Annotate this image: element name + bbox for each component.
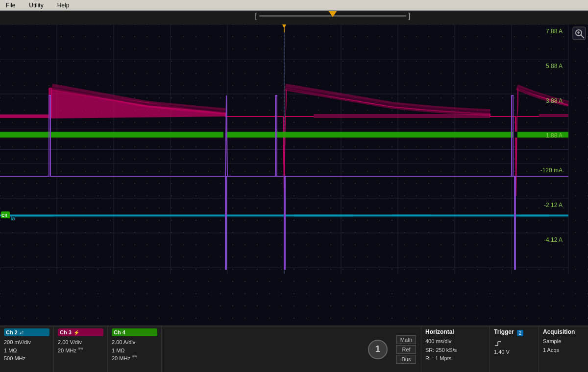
svg-rect-51 — [15, 215, 54, 217]
menu-utility[interactable]: Utility — [27, 1, 45, 10]
menu-help[interactable]: Help — [55, 1, 72, 10]
svg-rect-42 — [0, 114, 49, 118]
ch2-coupling-icon: ⇌ — [20, 330, 24, 335]
trigger-info: Trigger 2 1.40 V — [490, 326, 539, 372]
trigger-level: 1.40 V — [494, 348, 535, 357]
bus-button[interactable]: Bus — [396, 355, 416, 364]
ch3-bw: 20 MHz ᴮᵂ — [58, 347, 103, 355]
zoom-icon[interactable] — [572, 26, 586, 40]
horizontal-info: Horizontal 400 ms/div SR: 250 kS/s RL: 1… — [421, 326, 490, 372]
svg-marker-61 — [500, 341, 501, 343]
y-label-7: -4.12 A — [544, 236, 563, 243]
y-label-5: -120 mA — [540, 167, 563, 174]
y-label-1: 7.88 A — [546, 28, 563, 35]
ch3-volts: 2.00 V/div — [58, 338, 103, 347]
trigger-type — [494, 339, 535, 348]
svg-rect-54 — [519, 214, 549, 217]
ch4-label: C4 — [1, 213, 7, 218]
svg-rect-18 — [0, 24, 588, 326]
trigger-channel-badge: 2 — [517, 330, 524, 336]
ch2-volts: 200 mV/div — [4, 338, 49, 347]
ch4-info[interactable]: Ch 4 2.00 A/div 1 MΩ 20 MHz ᴮᵂ — [108, 326, 162, 372]
trigger-bar — [259, 15, 406, 17]
waveform-display: 7.88 A 5.88 A 3.88 A 1.88 A -120 mA -2.1… — [0, 24, 588, 326]
y-label-2: 5.88 A — [546, 63, 563, 70]
svg-rect-53 — [392, 214, 431, 216]
ch2-impedance: 1 MΩ — [4, 347, 49, 355]
ch2-bandwidth: 500 MHz — [4, 354, 49, 363]
number-button[interactable]: 1 — [368, 340, 388, 359]
scope-screen: 7.88 A 5.88 A 3.88 A 1.88 A -120 mA -2.1… — [0, 24, 588, 326]
y-label-4: 1.88 A — [546, 132, 563, 139]
record-length: RL: 1 Mpts — [425, 354, 486, 363]
trigger-position-marker — [329, 11, 337, 17]
ch2-label: Ch 2 — [6, 329, 18, 335]
ch3-header: Ch 3 ⚡ — [58, 328, 103, 336]
y-label-6: -2.12 A — [544, 202, 563, 209]
bracket-left: [ — [255, 12, 257, 21]
ref-button[interactable]: Ref — [396, 345, 416, 354]
acquisition-title: Acquisition — [543, 328, 584, 335]
horizontal-title: Horizontal — [425, 328, 486, 335]
menu-file[interactable]: File — [4, 1, 17, 10]
svg-rect-46 — [0, 132, 568, 138]
ch4-impedance: 1 MΩ — [112, 347, 157, 355]
svg-rect-44 — [314, 114, 490, 118]
bottom-bar: Ch 2 ⇌ 200 mV/div 1 MΩ 500 MHz Ch 3 ⚡ 2.… — [0, 326, 588, 372]
ch2-header: Ch 2 ⇌ — [4, 328, 49, 336]
ia-label: ia — [11, 215, 15, 221]
acquisition-info: Acquisition Sample 1 Acqs — [539, 326, 588, 372]
sample-rate: SR: 250 kS/s — [425, 346, 486, 355]
ch4-header: Ch 4 — [112, 328, 157, 336]
ch3-label: Ch 3 — [60, 329, 72, 335]
svg-rect-43 — [51, 88, 52, 117]
bracket-right: ] — [408, 12, 410, 21]
y-label-3: 3.88 A — [546, 97, 563, 104]
ch4-bw: 20 MHz ᴮᵂ — [112, 354, 157, 363]
acquisition-mode: Sample — [543, 337, 584, 346]
svg-rect-52 — [294, 214, 353, 217]
ch3-coupling-icon: ⚡ — [74, 330, 79, 335]
svg-rect-48 — [514, 132, 517, 138]
trigger-header: Trigger 2 — [494, 328, 535, 337]
trigger-title: Trigger — [494, 328, 514, 335]
ch4-label: Ch 4 — [114, 329, 125, 335]
svg-rect-45 — [539, 114, 568, 117]
ch3-info[interactable]: Ch 3 ⚡ 2.00 V/div 20 MHz ᴮᵂ — [54, 326, 108, 372]
acquisition-count: 1 Acqs — [543, 346, 584, 355]
ch2-info[interactable]: Ch 2 ⇌ 200 mV/div 1 MΩ 500 MHz — [0, 326, 54, 372]
ch4-volts: 2.00 A/div — [112, 338, 157, 347]
math-button[interactable]: Math — [396, 335, 416, 344]
math-ref-bus-panel: Math Ref Bus — [392, 326, 421, 372]
menubar: File Utility Help [ ] — [0, 0, 588, 11]
time-div: 400 ms/div — [425, 337, 486, 346]
